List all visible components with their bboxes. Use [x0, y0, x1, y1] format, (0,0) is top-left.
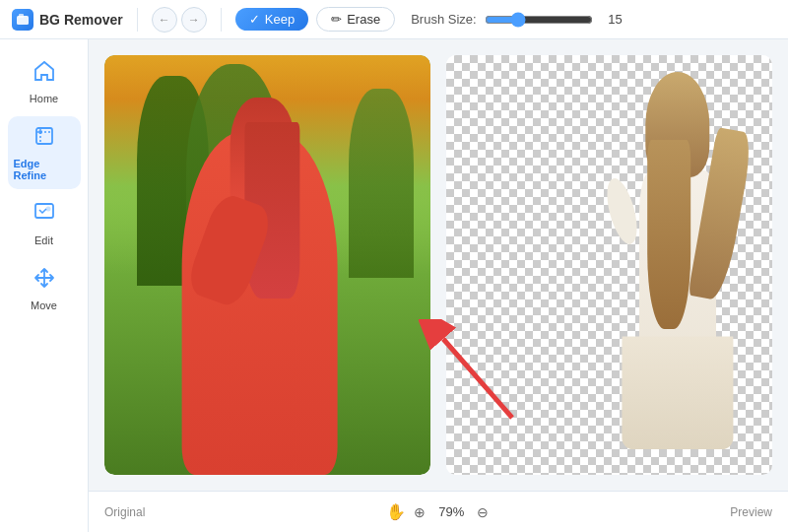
nav-controls: ← → [152, 7, 207, 33]
zoom-in-icon[interactable]: ⊕ [414, 504, 426, 520]
edit-label: Edit [34, 234, 53, 246]
zoom-value: 79% [433, 504, 469, 519]
sidebar: Home Edge Refine Edit [0, 39, 89, 532]
original-label: Original [104, 505, 145, 519]
svg-rect-2 [36, 128, 52, 144]
image-panels [89, 39, 788, 491]
edge-refine-label: Edge Refine [14, 158, 75, 181]
erase-label: Erase [347, 12, 380, 27]
preview-label: Preview [730, 505, 772, 519]
bottom-bar: Original ✋ ⊕ 79% ⊖ Preview [89, 491, 788, 532]
sidebar-item-home[interactable]: Home [8, 51, 81, 112]
edge-refine-icon [33, 124, 56, 154]
original-image-sim [104, 55, 430, 475]
app-title: BG Remover [39, 12, 123, 28]
brush-slider[interactable] [485, 12, 593, 28]
svg-point-5 [45, 207, 50, 212]
svg-rect-1 [19, 14, 24, 18]
app-logo: BG Remover [12, 9, 123, 31]
home-icon [33, 59, 56, 89]
sidebar-item-edge-refine[interactable]: Edge Refine [8, 116, 81, 189]
home-label: Home [30, 93, 58, 104]
divider-2 [221, 8, 222, 32]
divider-1 [137, 8, 138, 32]
edit-icon [33, 201, 56, 231]
move-icon [33, 266, 56, 296]
erase-button[interactable]: ✏ Erase [316, 7, 395, 32]
brush-value: 15 [601, 12, 623, 27]
keep-label: Keep [265, 12, 295, 27]
brush-slider-wrap: 15 [485, 12, 623, 28]
brush-size-label: Brush Size: [411, 12, 476, 27]
title-bar: BG Remover ← → ✓ Keep ✏ Erase Brush Size… [0, 0, 788, 39]
main-layout: Home Edge Refine Edit [0, 39, 788, 532]
app-icon-bg [12, 9, 33, 31]
zoom-controls: ✋ ⊕ 79% ⊖ [386, 502, 489, 521]
keep-button[interactable]: ✓ Keep [235, 8, 308, 31]
keep-icon: ✓ [249, 12, 260, 27]
sidebar-item-edit[interactable]: Edit [8, 193, 81, 254]
preview-person [446, 55, 772, 475]
erase-icon: ✏ [331, 12, 342, 27]
content-area: Original ✋ ⊕ 79% ⊖ Preview [89, 39, 788, 532]
pan-icon[interactable]: ✋ [386, 502, 406, 521]
move-label: Move [31, 299, 57, 311]
forward-button[interactable]: → [181, 7, 207, 33]
zoom-out-icon[interactable]: ⊖ [477, 504, 489, 520]
original-panel [104, 55, 430, 475]
preview-panel [446, 55, 772, 475]
svg-point-3 [38, 130, 42, 134]
back-button[interactable]: ← [152, 7, 177, 33]
sidebar-item-move[interactable]: Move [8, 258, 81, 319]
